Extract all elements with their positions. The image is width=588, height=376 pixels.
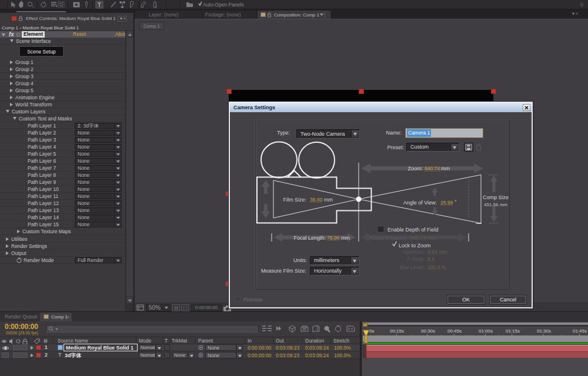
svg-text:8.4: 8.4 <box>427 256 435 262</box>
svg-text:36.00: 36.00 <box>310 197 323 203</box>
svg-text:451.56 mm: 451.56 mm <box>484 202 507 207</box>
svg-text:75.00: 75.00 <box>327 235 340 241</box>
svg-text:Auto-Open Panels: Auto-Open Panels <box>203 2 243 8</box>
svg-text:Blur Level:: Blur Level: <box>399 264 425 270</box>
svg-text:°: ° <box>455 199 457 205</box>
svg-text:mm: mm <box>324 197 333 203</box>
svg-text:Enable Depth of Field: Enable Depth of Field <box>387 227 439 233</box>
svg-text:26.99: 26.99 <box>440 200 453 206</box>
svg-text:Q: Q <box>580 2 583 7</box>
svg-text:Angle of View:: Angle of View: <box>403 200 437 206</box>
svg-text:Focus Distance:: Focus Distance: <box>369 235 407 241</box>
svg-text:mm: mm <box>341 235 350 241</box>
svg-text:F-Stop:: F-Stop: <box>407 256 425 262</box>
svg-text:8.93 mm: 8.93 mm <box>427 249 447 255</box>
svg-text:mm: mm <box>441 166 450 172</box>
svg-text:Comp Size: Comp Size <box>483 194 509 200</box>
svg-text:Focal Length:: Focal Length: <box>293 235 326 241</box>
svg-text:100.0 %: 100.0 % <box>427 264 446 270</box>
svg-text:Zoom:: Zoom: <box>407 166 423 172</box>
svg-text:Aperture:: Aperture: <box>403 249 425 255</box>
svg-text:940.74 mm: 940.74 mm <box>410 235 436 241</box>
svg-text:Lock to Zoom: Lock to Zoom <box>399 243 431 249</box>
svg-text:940.74: 940.74 <box>425 166 440 172</box>
svg-text:Film Size:: Film Size: <box>283 197 306 203</box>
